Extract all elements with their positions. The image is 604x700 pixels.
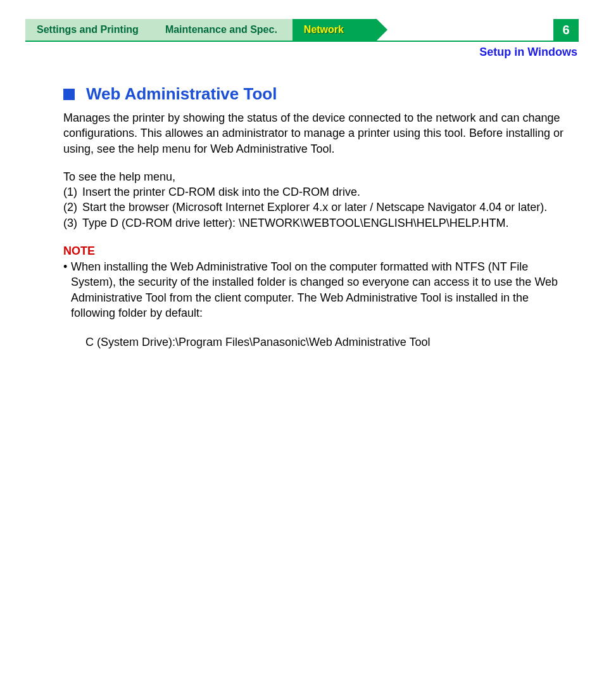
page-number-badge: 6 <box>553 19 579 41</box>
step-row: (1) Insert the printer CD-ROM disk into … <box>63 184 566 200</box>
help-lead-line: To see the help menu, <box>63 169 566 184</box>
help-steps: To see the help menu, (1) Insert the pri… <box>63 169 566 231</box>
step-number: (2) <box>63 200 82 215</box>
tab-network[interactable]: Network <box>293 19 377 41</box>
section-title: Web Administrative Tool <box>86 84 277 104</box>
step-text: Type D (CD-ROM drive letter): \NETWORK\W… <box>82 215 566 231</box>
step-text: Start the browser (Microsoft Internet Ex… <box>82 200 566 215</box>
breadcrumb-subheader[interactable]: Setup in Windows <box>25 46 579 59</box>
bullet-icon: • <box>63 259 71 321</box>
step-number: (3) <box>63 215 82 231</box>
note-label: NOTE <box>63 245 566 258</box>
square-bullet-icon <box>63 89 75 100</box>
header-tabs: Settings and Printing Maintenance and Sp… <box>25 19 579 42</box>
step-text: Insert the printer CD-ROM disk into the … <box>82 184 566 200</box>
note-bullet: • When installing the Web Administrative… <box>63 259 566 321</box>
tab-settings-and-printing[interactable]: Settings and Printing <box>25 19 154 41</box>
page-number: 6 <box>562 23 569 37</box>
step-number: (1) <box>63 184 82 200</box>
tab-label: Maintenance and Spec. <box>165 24 277 35</box>
install-path: C (System Drive):\Program Files\Panasoni… <box>85 334 566 350</box>
step-row: (2) Start the browser (Microsoft Interne… <box>63 200 566 215</box>
note-text: When installing the Web Administrative T… <box>71 259 566 321</box>
tab-label: Settings and Printing <box>37 24 139 35</box>
tab-maintenance-and-spec[interactable]: Maintenance and Spec. <box>154 19 293 41</box>
step-row: (3) Type D (CD-ROM drive letter): \NETWO… <box>63 215 566 231</box>
section-title-row: Web Administrative Tool <box>63 84 566 104</box>
intro-paragraph: Manages the printer by showing the statu… <box>63 110 566 156</box>
tab-label: Network <box>304 24 344 35</box>
